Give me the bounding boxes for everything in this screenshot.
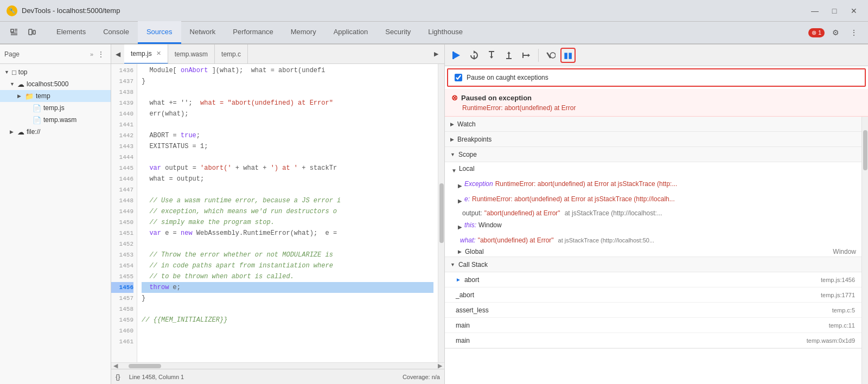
tree-item-temp[interactable]: ▶ 📁 temp bbox=[0, 90, 111, 102]
settings-button[interactable]: ⚙ bbox=[828, 25, 843, 40]
code-content[interactable]: Module[ onAbort ](what); what = abort(un… bbox=[137, 64, 438, 362]
editor-nav-prev[interactable]: ◀ bbox=[111, 48, 124, 61]
tree-label-tempwasm: temp.wasm bbox=[43, 116, 76, 124]
code-line: // simply make the program stop. bbox=[142, 217, 433, 228]
breakpoints-arrow: ▶ bbox=[450, 137, 454, 142]
callstack-item-_abort[interactable]: _abort temp.js:1771 bbox=[445, 287, 861, 303]
exception-prop: Exception bbox=[464, 178, 493, 189]
right-scrollbar-thumb[interactable] bbox=[863, 130, 867, 170]
file-domain-icon: ☁ bbox=[17, 128, 24, 136]
tree-item-tempwasm[interactable]: 📄 temp.wasm bbox=[0, 114, 111, 126]
global-row[interactable]: ▶ Global Window bbox=[445, 247, 861, 257]
tab-network[interactable]: Network bbox=[181, 21, 225, 44]
pause-exceptions-checkbox[interactable] bbox=[455, 74, 462, 81]
scope-section-header[interactable]: ▼ Scope bbox=[445, 147, 861, 162]
step-over-button[interactable] bbox=[467, 48, 482, 63]
minimize-button[interactable]: — bbox=[807, 3, 822, 18]
callstack-file-assert: temp.c:5 bbox=[832, 307, 855, 313]
more-options-button[interactable]: ⋮ bbox=[846, 25, 861, 40]
scope-this[interactable]: ▶ this: Window bbox=[445, 219, 861, 234]
device-toolbar-button[interactable] bbox=[24, 25, 39, 40]
format-icon[interactable]: {} bbox=[116, 373, 120, 381]
editor-tab-tempwasm[interactable]: temp.wasm bbox=[168, 44, 215, 64]
output-suffix: at jsStackTrace (http://localhost:... bbox=[565, 208, 662, 219]
local-header[interactable]: ▼ Local bbox=[445, 162, 861, 177]
line-numbers: 14361437143814391440 1441144214431444144… bbox=[111, 64, 137, 362]
svg-rect-8 bbox=[452, 52, 454, 59]
watch-section-header[interactable]: ▶ Watch bbox=[445, 117, 861, 132]
callstack-item-assert[interactable]: assert_less temp.c:5 bbox=[445, 303, 861, 318]
svg-marker-9 bbox=[474, 50, 476, 54]
pause-exceptions-label[interactable]: Pause on caught exceptions bbox=[467, 74, 548, 81]
global-label: Global bbox=[465, 248, 484, 255]
step-button[interactable] bbox=[519, 48, 534, 63]
debugger-panel: ▮▮ Pause on caught exceptions ⊗ Paused o… bbox=[445, 44, 868, 384]
what-suffix: at jsStackTrace (http://localhost:50... bbox=[558, 235, 655, 246]
tab-memory[interactable]: Memory bbox=[282, 21, 325, 44]
tab-security[interactable]: Security bbox=[376, 21, 419, 44]
right-panel-scrollbar[interactable] bbox=[861, 117, 868, 384]
scope-content: ▼ Local ▶ Exception RuntimeError: abort(… bbox=[445, 162, 861, 257]
tab-sources[interactable]: Sources bbox=[138, 21, 181, 44]
output-indent: output: bbox=[462, 208, 482, 219]
editor-tabs-more[interactable]: ▶ bbox=[430, 48, 442, 60]
tree-item-localhost[interactable]: ▼ ☁ localhost:5000 bbox=[0, 78, 111, 90]
resume-button[interactable] bbox=[449, 48, 464, 63]
inspect-element-button[interactable] bbox=[7, 25, 22, 40]
horizontal-scrollbar[interactable]: ◀ ▶ bbox=[111, 362, 444, 369]
maximize-button[interactable]: □ bbox=[827, 3, 842, 18]
tree-item-tempjs[interactable]: 📄 temp.js bbox=[0, 102, 111, 114]
breakpoints-section-header[interactable]: ▶ Breakpoints bbox=[445, 132, 861, 147]
close-button[interactable]: ✕ bbox=[846, 3, 861, 18]
code-line bbox=[142, 336, 433, 347]
callstack-file-_abort: temp.js:1771 bbox=[821, 292, 855, 298]
code-line: Module[ onAbort ](what); what = abort(un… bbox=[142, 65, 433, 76]
local-label: Local bbox=[459, 163, 475, 174]
tree-item-file[interactable]: ▶ ☁ file:// bbox=[0, 126, 111, 138]
tree-label-temp: temp bbox=[36, 92, 50, 100]
callstack-name-abort: abort bbox=[464, 276, 479, 284]
editor-tabs: ◀ temp.js ✕ temp.wasm temp.c ▶ bbox=[111, 44, 444, 64]
fn-_abort: _abort bbox=[456, 291, 474, 299]
pause-exceptions-button[interactable]: ▮▮ bbox=[560, 48, 576, 63]
scope-e[interactable]: ▶ e: RuntimeError: abort(undefined) at E… bbox=[445, 193, 861, 208]
step-out-button[interactable] bbox=[501, 48, 516, 63]
code-line-throw: throw e; bbox=[142, 282, 433, 293]
horizontal-scrollbar-thumb[interactable] bbox=[129, 364, 161, 368]
this-val: Window bbox=[478, 220, 502, 231]
tab-console[interactable]: Console bbox=[94, 21, 138, 44]
line-col-status: Line 1458, Column 1 bbox=[129, 374, 184, 380]
tab-elements[interactable]: Elements bbox=[48, 21, 94, 44]
tab-performance[interactable]: Performance bbox=[224, 21, 282, 44]
scope-exception[interactable]: ▶ Exception RuntimeError: abort(undefine… bbox=[445, 177, 861, 193]
tree-item-top[interactable]: ▼ □ top bbox=[0, 66, 111, 78]
code-line: EXITSTATUS = 1; bbox=[142, 141, 433, 152]
deactivate-breakpoints-button[interactable] bbox=[543, 48, 558, 63]
callstack-file-main: temp.c:11 bbox=[829, 322, 855, 329]
code-line: // Throw the error whether or not MODULA… bbox=[142, 249, 433, 260]
step-into-button[interactable] bbox=[484, 48, 499, 63]
callstack-name-_abort: _abort bbox=[456, 291, 474, 299]
error-badge[interactable]: ⊗ 1 bbox=[808, 28, 825, 37]
sidebar-more-button[interactable]: ⋮ bbox=[95, 49, 106, 60]
callstack-item-main[interactable]: main temp.c:11 bbox=[445, 318, 861, 333]
code-scrollbar-thumb[interactable] bbox=[439, 183, 444, 243]
tab-lighthouse[interactable]: Lighthouse bbox=[419, 21, 471, 44]
scope-what[interactable]: what: "abort(undefined) at Error" at jsS… bbox=[445, 234, 861, 247]
code-scrollbar[interactable] bbox=[438, 64, 444, 362]
tab-application[interactable]: Application bbox=[325, 21, 377, 44]
editor-tab-tempjs[interactable]: temp.js ✕ bbox=[124, 44, 168, 64]
sidebar-expand-icon[interactable]: » bbox=[90, 51, 93, 57]
callstack-section-header[interactable]: ▼ Call Stack bbox=[445, 257, 861, 272]
main-toolbar: Elements Console Sources Network Perform… bbox=[0, 22, 868, 44]
svg-marker-19 bbox=[528, 54, 530, 57]
svg-line-21 bbox=[547, 53, 550, 58]
callstack-item-abort[interactable]: ► abort temp.js:1456 bbox=[445, 272, 861, 287]
close-tab-tempjs[interactable]: ✕ bbox=[156, 50, 161, 57]
editor-tab-tempc[interactable]: temp.c bbox=[215, 44, 248, 64]
svg-marker-13 bbox=[490, 56, 493, 59]
e-val: RuntimeError: abort(undefined) at Error … bbox=[472, 194, 675, 204]
coverage-status: Coverage: n/a bbox=[403, 374, 440, 380]
code-line: var e = new WebAssembly.RuntimeError(wha… bbox=[142, 228, 433, 239]
callstack-item-main-wasm[interactable]: main temp.wasm:0x1d9 bbox=[445, 333, 861, 348]
